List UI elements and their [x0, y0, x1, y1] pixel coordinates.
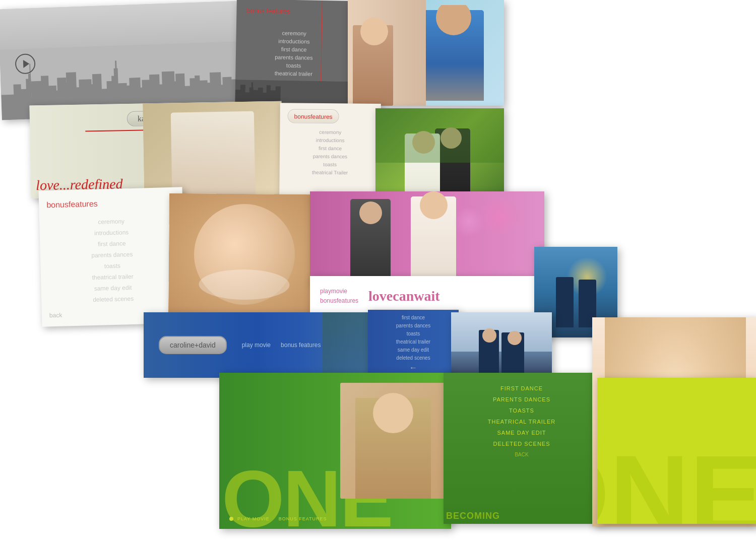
bm-parents-dances[interactable]: parents dances — [287, 153, 373, 159]
bl-toasts[interactable]: toasts — [48, 261, 176, 272]
becoming-text: BECOMING — [446, 511, 500, 521]
bonus-large-title: bonusfeatures — [46, 197, 175, 210]
play-dot — [229, 517, 233, 521]
br-toasts[interactable]: toasts — [375, 331, 451, 336]
card-couple-top-photo — [348, 0, 504, 106]
lcw-bonus-features[interactable]: bonusfeatures — [320, 296, 358, 306]
menu-item-parents-dances[interactable]: parents dances — [246, 53, 342, 61]
card-bonus-mid: bonusfeatures ceremony introductions fir… — [279, 103, 381, 197]
of-parents-dances[interactable]: PARENTS DANCES — [454, 396, 590, 402]
card-bonus-large: bonusfeatures ceremony introductions fir… — [39, 187, 186, 326]
br-theatrical-trailer[interactable]: theatrical trailer — [375, 339, 451, 345]
one-bonus-features[interactable]: BONUS FEATURES — [279, 516, 327, 521]
card-one-features: FIRST DANCE PARENTS DANCES TOASTS THEATR… — [444, 373, 600, 524]
bl-parents-dances[interactable]: parents dances — [48, 250, 176, 260]
br-parents-dances[interactable]: parents dances — [375, 323, 451, 328]
menu-item-theatrical-trailer[interactable]: theatrical trailer — [245, 70, 341, 77]
bl-theatrical-trailer[interactable]: theatrical trailer — [48, 272, 177, 283]
lcw-can: can — [393, 288, 414, 304]
bonus-large-menu: ceremony introductions first dance paren… — [47, 217, 177, 305]
bl-introductions[interactable]: introductions — [47, 228, 176, 238]
lcw-wait: wait — [414, 288, 439, 304]
of-deleted-scenes[interactable]: DELETED SCENES — [454, 441, 590, 447]
card-closeup-face — [168, 193, 321, 316]
carol-play-movie[interactable]: play movie — [242, 342, 271, 349]
br-deleted-scenes[interactable]: deleted scenes — [375, 355, 451, 361]
one-features-menu: FIRST DANCE PARENTS DANCES TOASTS THEATR… — [454, 385, 590, 447]
card-winter-photo — [451, 312, 552, 378]
menu-item-introductions[interactable]: introductions — [246, 37, 342, 45]
back-arrow[interactable]: ← — [375, 363, 451, 372]
one-play-movie[interactable]: PLAY MOVIE — [237, 516, 270, 521]
card-one-green: ONE PLAY MOVIE BONUS FEATURES — [219, 373, 451, 529]
bonus-mid-colored: features — [310, 113, 332, 120]
bl-first-dance[interactable]: first dance — [47, 239, 176, 249]
br-first-dance[interactable]: first dance — [375, 315, 451, 320]
bm-ceremony[interactable]: ceremony — [287, 129, 373, 135]
br-same-day-edit[interactable]: same day edit — [375, 347, 451, 353]
of-toasts[interactable]: TOASTS — [454, 408, 590, 414]
of-theatrical-trailer[interactable]: THEATRICAL TRAILER — [454, 419, 590, 425]
caroline-david-badge: caroline+david — [159, 336, 227, 354]
bonus-title-colored: features — [266, 7, 290, 15]
lcw-play-movie[interactable]: playmovie — [320, 287, 358, 296]
card-kate-chris: kateandchris love...redefined — [29, 101, 283, 199]
bonus-mid-plain: bonus — [294, 113, 311, 120]
card-bonus-top: bonus features ceremony introductions fi… — [235, 0, 353, 109]
of-same-day-edit[interactable]: SAME DAY EDIT — [454, 430, 590, 436]
bonus-top-menu: ceremony introductions first dance paren… — [245, 29, 342, 77]
bl-same-day-edit[interactable]: same day edit — [48, 283, 177, 294]
menu-item-first-dance[interactable]: first dance — [246, 45, 342, 53]
bonus-mid-title: bonusfeatures — [294, 113, 333, 120]
bonus-title-plain: bonus — [246, 7, 265, 15]
bm-theatrical[interactable]: theatrical Trailer — [287, 169, 373, 175]
lcw-nav: playmovie bonusfeatures — [320, 287, 358, 306]
menu-item-ceremony[interactable]: ceremony — [246, 29, 342, 37]
bm-toasts[interactable]: toasts — [287, 161, 373, 167]
card-father-daughter-photo — [310, 191, 544, 285]
bl-plain: bonus — [46, 200, 69, 209]
bm-first-dance[interactable]: first dance — [287, 145, 373, 151]
of-first-dance[interactable]: FIRST DANCE — [454, 385, 590, 391]
lcw-love: love — [368, 288, 393, 304]
lcw-title: lovecanwait — [368, 288, 440, 304]
bl-ceremony[interactable]: ceremony — [47, 217, 175, 227]
bonus-top-title: bonus features — [246, 7, 342, 16]
of-back-button[interactable]: BACK — [454, 452, 590, 457]
bonus-right-menu: first dance parents dances toasts theatr… — [375, 315, 451, 361]
bl-colored: features — [69, 199, 98, 209]
one-right-text: ONE — [597, 450, 756, 524]
bm-introductions[interactable]: introductions — [287, 137, 373, 143]
card-couple-garden-photo — [375, 108, 504, 199]
bonus-mid-menu: ceremony introductions first dance paren… — [287, 129, 373, 175]
card-one-right: ONE — [597, 378, 756, 524]
bl-deleted-scenes[interactable]: deleted scenes — [49, 294, 177, 305]
menu-item-toasts[interactable]: toasts — [246, 61, 342, 69]
screenshot-container: bonus features ceremony introductions fi… — [0, 0, 756, 542]
card-bonus-right-panel: first dance parents dances toasts theatr… — [368, 310, 459, 375]
